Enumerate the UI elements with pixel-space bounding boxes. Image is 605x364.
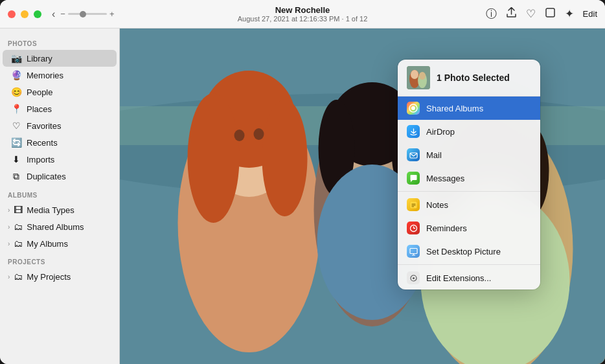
projects-section-label: Projects — [0, 252, 119, 268]
svg-point-7 — [188, 93, 240, 223]
mail-menu-icon — [407, 148, 420, 161]
menu-item-shared-albums[interactable]: Shared Albums — [398, 97, 540, 120]
sidebar-item-favorites[interactable]: ♡ Favorites — [3, 117, 117, 134]
media-types-label: Media Types — [27, 205, 74, 215]
sidebar-item-memories-label: Memories — [27, 71, 63, 80]
airdrop-menu-label: AirDrop — [426, 127, 455, 137]
media-types-icon: 🎞 — [12, 205, 24, 215]
nav-controls: ‹ — [52, 8, 55, 20]
minimize-button[interactable] — [21, 10, 29, 18]
back-arrow[interactable]: ‹ — [52, 8, 55, 20]
my-albums-icon: 🗂 — [12, 238, 24, 249]
sidebar-item-recents-label: Recents — [27, 138, 58, 148]
imports-icon: ⬇ — [10, 154, 22, 165]
sidebar-item-library[interactable]: 📷 Library — [3, 50, 117, 67]
set-desktop-menu-icon — [407, 245, 420, 258]
menu-item-notes[interactable]: Notes — [398, 193, 540, 216]
menu-item-set-desktop[interactable]: Set Desktop Picture — [398, 240, 540, 263]
zoom-minus-icon[interactable]: − — [60, 9, 65, 19]
crop-icon[interactable] — [545, 7, 556, 21]
menu-separator — [398, 191, 540, 192]
shared-albums-label: Shared Albums — [27, 222, 84, 232]
share-header: 1 Photo Selected — [398, 60, 540, 97]
share-icon[interactable] — [506, 7, 517, 21]
mail-menu-label: Mail — [426, 150, 442, 160]
sidebar-item-imports[interactable]: ⬇ Imports — [3, 151, 117, 168]
svg-point-10 — [254, 128, 264, 140]
library-icon: 📷 — [10, 53, 22, 63]
sidebar-item-duplicates[interactable]: ⧉ Duplicates — [3, 168, 117, 185]
titlebar-center: New Rochelle August 27, 2021 at 12:16:33… — [238, 5, 368, 23]
sidebar-item-people[interactable]: 😊 People — [3, 84, 117, 100]
photo-area: 1 Photo Selected Shared Albums — [120, 28, 605, 364]
shared-albums-menu-label: Shared Albums — [426, 104, 483, 113]
svg-point-27 — [411, 70, 418, 79]
sidebar-item-my-projects[interactable]: › 🗂 My Projects — [3, 268, 117, 285]
share-dropdown: 1 Photo Selected Shared Albums — [398, 60, 540, 290]
zoom-slider[interactable] — [68, 13, 107, 15]
menu-item-airdrop[interactable]: AirDrop — [398, 120, 540, 143]
share-header-text: 1 Photo Selected — [437, 73, 510, 83]
titlebar-actions: ⓘ ♡ ✦ Edit — [486, 6, 597, 21]
sidebar-item-shared-albums[interactable]: › 🗂 Shared Albums — [3, 218, 117, 235]
sidebar-item-favorites-label: Favorites — [27, 121, 61, 131]
recents-icon: 🔄 — [10, 137, 22, 148]
edit-extensions-menu-label: Edit Extensions... — [426, 273, 491, 283]
svg-point-44 — [413, 277, 415, 279]
my-projects-icon: 🗂 — [12, 271, 24, 282]
places-icon: 📍 — [10, 104, 22, 114]
sidebar-item-recents[interactable]: 🔄 Recents — [3, 134, 117, 151]
shared-albums-icon: 🗂 — [12, 222, 24, 232]
menu-item-mail[interactable]: Mail — [398, 143, 540, 166]
photo-meta: August 27, 2021 at 12:16:33 PM · 1 of 12 — [238, 15, 368, 23]
media-types-chevron: › — [8, 207, 10, 214]
sidebar-item-duplicates-label: Duplicates — [27, 172, 66, 181]
airdrop-menu-icon — [407, 125, 420, 138]
heart-icon[interactable]: ♡ — [526, 7, 536, 21]
menu-separator-2 — [398, 264, 540, 265]
sidebar-item-my-albums[interactable]: › 🗂 My Albums — [3, 235, 117, 252]
my-projects-chevron: › — [8, 273, 10, 280]
maximize-button[interactable] — [34, 10, 41, 18]
adjust-icon[interactable]: ✦ — [565, 7, 574, 21]
sidebar-item-places-label: Places — [27, 104, 52, 114]
shared-albums-menu-icon — [407, 102, 420, 115]
svg-rect-40 — [410, 248, 417, 253]
set-desktop-menu-label: Set Desktop Picture — [426, 247, 501, 256]
photo-title: New Rochelle — [238, 5, 368, 15]
notes-menu-icon — [407, 198, 420, 211]
photos-section-label: Photos — [0, 34, 119, 50]
main-window: ‹ − + New Rochelle August 27, 2021 at 12… — [0, 0, 605, 364]
zoom-plus-icon[interactable]: + — [109, 9, 115, 19]
notes-menu-label: Notes — [426, 200, 448, 210]
info-icon[interactable]: ⓘ — [486, 6, 497, 21]
sidebar-item-memories[interactable]: 🔮 Memories — [3, 67, 117, 84]
close-button[interactable] — [8, 10, 16, 18]
sidebar-item-imports-label: Imports — [27, 155, 54, 165]
sidebar-item-library-label: Library — [27, 54, 52, 63]
menu-item-edit-extensions[interactable]: Edit Extensions... — [398, 266, 540, 290]
reminders-menu-icon — [407, 222, 420, 234]
sidebar-item-media-types[interactable]: › 🎞 Media Types — [3, 201, 117, 218]
edit-button[interactable]: Edit — [583, 9, 597, 19]
titlebar: ‹ − + New Rochelle August 27, 2021 at 12… — [0, 0, 605, 28]
sidebar: Photos 📷 Library 🔮 Memories 😊 People 📍 P… — [0, 28, 120, 364]
svg-point-8 — [262, 100, 308, 216]
sidebar-item-people-label: People — [27, 87, 52, 97]
svg-point-29 — [419, 72, 426, 80]
share-thumbnail — [407, 66, 430, 89]
zoom-thumb — [80, 11, 86, 17]
duplicates-icon: ⧉ — [10, 171, 22, 182]
svg-point-31 — [411, 106, 415, 110]
shared-albums-chevron: › — [8, 223, 10, 231]
menu-item-reminders[interactable]: Reminders — [398, 216, 540, 240]
main-content: Photos 📷 Library 🔮 Memories 😊 People 📍 P… — [0, 28, 605, 364]
menu-item-messages[interactable]: Messages — [398, 166, 540, 190]
svg-point-9 — [234, 130, 245, 141]
sidebar-item-places[interactable]: 📍 Places — [3, 100, 117, 117]
memories-icon: 🔮 — [10, 70, 22, 80]
my-albums-label: My Albums — [27, 239, 68, 249]
my-projects-label: My Projects — [27, 272, 71, 282]
edit-extensions-menu-icon — [407, 271, 420, 284]
zoom-control: − + — [60, 9, 114, 19]
